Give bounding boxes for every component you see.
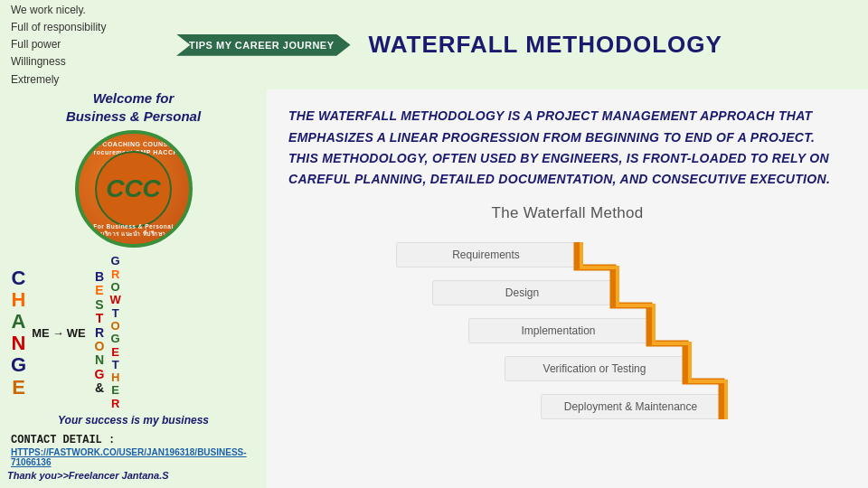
arrow-icon: → [52, 326, 64, 340]
gt-e2: E [111, 384, 119, 397]
me-we-row: ME → WE [32, 326, 85, 340]
tagline-text: We work nicely.Full of responsibilityFul… [11, 4, 106, 86]
gt-h: H [111, 371, 119, 384]
success-text: Your success is my business [7, 414, 259, 427]
left-panel: Welcome for Business & Personal COACH CO… [0, 89, 267, 488]
gt-t2: T [112, 359, 119, 371]
bs-t: T [96, 312, 104, 325]
logo-inner: CCC [95, 151, 172, 228]
gt-r: R [111, 398, 119, 410]
logo-arc-bottom: For Business & Personalบริการ แนะนำ ที่ป… [93, 223, 173, 238]
change-a: A [12, 311, 26, 333]
welcome-text: Welcome for Business & Personal [7, 89, 259, 125]
staircase-svg [378, 233, 758, 423]
contact-label: CONTACT DETAIL : [11, 434, 115, 446]
contact-block: CONTACT DETAIL : HTTPS://FASTWORK.CO/USE… [7, 430, 259, 467]
bestrong-col: B E S T R O N G & [95, 270, 105, 396]
bs-g: G [95, 368, 105, 381]
bs-o: O [95, 340, 105, 353]
gt-o2: O [111, 320, 120, 333]
tagline-block: We work nicely.Full of responsibilityFul… [0, 0, 176, 96]
bs-e: E [95, 284, 103, 297]
thankyou-text: Thank you>>Freelancer Jantana.S [7, 470, 169, 481]
change-g: G [11, 354, 26, 376]
gt-e: E [111, 346, 119, 359]
change-c: C [12, 267, 26, 289]
change-n: N [12, 333, 26, 354]
gt-g2: G [111, 333, 120, 345]
header-bar: We work nicely.Full of responsibilityFul… [0, 0, 868, 89]
gt-r: R [111, 268, 119, 281]
gt-t: T [112, 307, 119, 320]
right-panel: The waterfall methodology is a project m… [267, 89, 868, 488]
bs-s: S [95, 298, 103, 312]
diagram-title: The Waterfall Method [492, 204, 644, 222]
logo-circle: COACH COACHING COUNSELORSProcurement GMP… [75, 130, 193, 248]
logo-ccc-text: CCC [106, 174, 161, 203]
bs-n: N [95, 353, 104, 367]
gt-o: O [111, 281, 120, 294]
gt-w: W [109, 294, 120, 306]
change-col: C H A N G E [11, 267, 26, 399]
diagram-area: Requirements Design Implementation Verif… [378, 233, 758, 423]
content-area: Welcome for Business & Personal COACH CO… [0, 89, 868, 488]
me-text: ME [32, 326, 50, 340]
bs-amp: & [95, 381, 104, 395]
change-h: H [12, 289, 26, 311]
change-e: E [12, 377, 25, 399]
gt-g: G [111, 255, 120, 267]
bs-r: R [95, 326, 104, 340]
waterfall-diagram: The Waterfall Method Requirements Design… [288, 204, 846, 479]
bs-b: B [95, 270, 104, 284]
change-block: C H A N G E ME → WE B E S T R O N [7, 255, 259, 410]
description-text: The waterfall methodology is a project m… [288, 106, 846, 189]
growtogether-col: G R O W T O G E T H E R [109, 255, 120, 410]
contact-link[interactable]: HTTPS://FASTWORK.CO/USER/JAN196318/BUSIN… [11, 447, 259, 467]
we-text: WE [67, 326, 86, 340]
main-title: WATERFALL METHODOLOGY [360, 31, 722, 59]
tips-badge: TIPS MY CAREER JOURNEY [176, 34, 351, 56]
